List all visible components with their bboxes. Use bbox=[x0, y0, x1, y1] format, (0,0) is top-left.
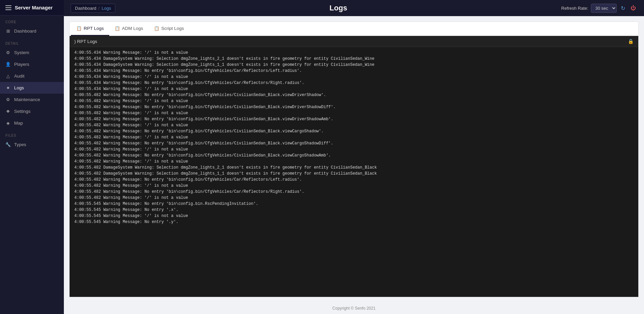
system-icon: ⚙ bbox=[5, 50, 11, 55]
sidebar-item-map[interactable]: ◈Map bbox=[0, 117, 64, 129]
audit-icon: △ bbox=[5, 74, 11, 79]
sidebar-section-core: CORE bbox=[0, 15, 64, 25]
log-line: 4:00:55.482 Warning Message: '/' is not … bbox=[74, 98, 634, 104]
script-tab-label: Script Logs bbox=[161, 26, 184, 31]
log-line: 4:00:55.482 Warning Message: '/' is not … bbox=[74, 183, 634, 189]
log-line: 4:00:55.482 Warning Message: '/' is not … bbox=[74, 110, 634, 116]
content-area: 📋RPT Logs📋ADM Logs📋Script Logs ) RPT Log… bbox=[64, 16, 644, 303]
dashboard-icon: ⊞ bbox=[5, 29, 11, 34]
main-area: Dashboard / Logs Logs Refresh Rate: 5 se… bbox=[64, 0, 644, 314]
maintenance-icon: ⚙ bbox=[5, 97, 11, 102]
lock-icon: 🔒 bbox=[628, 39, 634, 44]
breadcrumb-home: Dashboard bbox=[75, 6, 96, 11]
log-line: 4:00:55.434 Warning Message: No entry 'b… bbox=[74, 68, 634, 74]
log-line: 4:00:55.482 Warning Message: No entry 'b… bbox=[74, 189, 634, 195]
settings-icon: ❖ bbox=[5, 109, 11, 114]
log-line: 4:00:55.482 Warning Message: '/' is not … bbox=[74, 134, 634, 140]
refresh-area: Refresh Rate: 5 sec10 sec30 sec1 min5 mi… bbox=[561, 4, 637, 13]
sidebar-label-logs: Logs bbox=[14, 85, 24, 90]
sidebar-label-types: Types bbox=[14, 142, 26, 147]
sidebar-label-maintenance: Maintenance bbox=[14, 97, 40, 102]
sidebar: Server Manager CORE⊞DashboardDETAIL⚙Syst… bbox=[0, 0, 64, 314]
sidebar-section-detail: DETAIL bbox=[0, 37, 64, 47]
adm-tab-label: ADM Logs bbox=[122, 26, 143, 31]
tab-adm[interactable]: 📋ADM Logs bbox=[109, 22, 149, 36]
rpt-tab-icon: 📋 bbox=[76, 26, 82, 31]
log-content[interactable]: 4:00:55.434 Warning Message: '/' is not … bbox=[70, 47, 638, 297]
log-line: 4:00:55.482 Warning Message: No entry 'b… bbox=[74, 116, 634, 122]
log-line: 4:00:55.434 DamageSystem Warning: Select… bbox=[74, 56, 634, 62]
sidebar-section-files: FILES bbox=[0, 129, 64, 139]
logs-icon: ≡ bbox=[5, 85, 11, 90]
refresh-label: Refresh Rate: bbox=[561, 6, 588, 11]
log-line: 4:00:55.482 Warning Message: No entry 'b… bbox=[74, 128, 634, 134]
log-header: ) RPT Logs 🔒 bbox=[70, 36, 638, 47]
log-line: 4:00:55.482 Warning Message: No entry 'b… bbox=[74, 140, 634, 146]
page-title: Logs bbox=[121, 4, 556, 12]
sidebar-item-types[interactable]: 🔧Types bbox=[0, 139, 64, 150]
log-line: 4:00:55.482 Warning Message: '/' is not … bbox=[74, 122, 634, 128]
topbar: Dashboard / Logs Logs Refresh Rate: 5 se… bbox=[64, 0, 644, 16]
breadcrumb[interactable]: Dashboard / Logs bbox=[71, 4, 115, 13]
adm-tab-icon: 📋 bbox=[115, 26, 120, 31]
app-title: Server Manager bbox=[15, 5, 53, 10]
sidebar-label-settings: Settings bbox=[14, 109, 31, 114]
log-line: 4:00:55.434 Warning Message: '/' is not … bbox=[74, 50, 634, 56]
sidebar-header: Server Manager bbox=[0, 0, 64, 15]
map-icon: ◈ bbox=[5, 121, 11, 126]
log-line: 4:00:55.482 Warning Message: No entry 'b… bbox=[74, 104, 634, 110]
breadcrumb-current: Logs bbox=[102, 6, 111, 11]
sidebar-item-dashboard[interactable]: ⊞Dashboard bbox=[0, 25, 64, 37]
log-line: 4:00:55.545 Warning Message: No entry '.… bbox=[74, 207, 634, 213]
log-line: 4:00:55.482 Warning Message: No entry 'b… bbox=[74, 92, 634, 98]
sidebar-label-audit: Audit bbox=[14, 74, 25, 79]
sidebar-item-players[interactable]: 👤Players bbox=[0, 58, 64, 70]
tab-panel: 📋RPT Logs📋ADM Logs📋Script Logs bbox=[69, 21, 639, 36]
types-icon: 🔧 bbox=[5, 142, 11, 147]
sidebar-item-logs[interactable]: ≡Logs bbox=[0, 82, 64, 94]
sidebar-item-maintenance[interactable]: ⚙Maintenance bbox=[0, 94, 64, 105]
footer: Copyright © Senfo 2021 bbox=[64, 303, 644, 314]
log-line: 4:00:55.482 Warning Message: '/' is not … bbox=[74, 146, 634, 152]
log-line: 4:00:55.545 Warning Message: '/' is not … bbox=[74, 213, 634, 219]
log-wrapper: ) RPT Logs 🔒 4:00:55.434 Warning Message… bbox=[69, 36, 639, 297]
log-line: 4:00:55.482 Warning Message: '/' is not … bbox=[74, 159, 634, 165]
tab-rpt[interactable]: 📋RPT Logs bbox=[71, 22, 109, 36]
rpt-tab-label: RPT Logs bbox=[84, 26, 104, 31]
log-line: 4:00:55.434 Warning Message: '/' is not … bbox=[74, 74, 634, 80]
copyright: Copyright © Senfo 2021 bbox=[332, 306, 375, 311]
log-line: 4:00:55.482 Warning Message: '/' is not … bbox=[74, 195, 634, 201]
sidebar-label-system: System bbox=[14, 50, 29, 55]
hamburger-menu[interactable] bbox=[5, 5, 11, 10]
sidebar-label-map: Map bbox=[14, 121, 23, 126]
log-line: 4:00:55.545 Warning Message: No entry 'b… bbox=[74, 201, 634, 207]
log-line: 4:00:55.545 Warning Message: No entry '.… bbox=[74, 219, 634, 225]
sidebar-label-dashboard: Dashboard bbox=[14, 29, 36, 34]
sidebar-item-audit[interactable]: △Audit bbox=[0, 70, 64, 82]
log-line: 4:00:55.434 Warning Message: '/' is not … bbox=[74, 86, 634, 92]
log-line: 4:00:55.434 DamageSystem Warning: Select… bbox=[74, 62, 634, 68]
log-line: 4:00:55.434 Warning Message: No entry 'b… bbox=[74, 80, 634, 86]
sidebar-item-settings[interactable]: ❖Settings bbox=[0, 105, 64, 117]
players-icon: 👤 bbox=[5, 62, 11, 67]
log-line: 4:00:55.482 Warning Message: No entry 'b… bbox=[74, 177, 634, 183]
tab-script[interactable]: 📋Script Logs bbox=[149, 22, 190, 36]
sidebar-item-system[interactable]: ⚙System bbox=[0, 47, 64, 58]
script-tab-icon: 📋 bbox=[154, 26, 159, 31]
log-line: 4:00:55.482 DamageSystem Warning: Select… bbox=[74, 165, 634, 171]
breadcrumb-separator: / bbox=[98, 6, 100, 11]
sidebar-label-players: Players bbox=[14, 62, 29, 67]
refresh-rate-select[interactable]: 5 sec10 sec30 sec1 min5 min bbox=[591, 4, 617, 13]
logout-button[interactable]: ⏻ bbox=[629, 4, 637, 12]
log-line: 4:00:55.482 Warning Message: No entry 'b… bbox=[74, 152, 634, 159]
refresh-button[interactable]: ↻ bbox=[619, 4, 627, 13]
log-line: 4:00:55.482 DamageSystem Warning: Select… bbox=[74, 171, 634, 177]
log-panel-title: ) RPT Logs bbox=[74, 39, 97, 44]
